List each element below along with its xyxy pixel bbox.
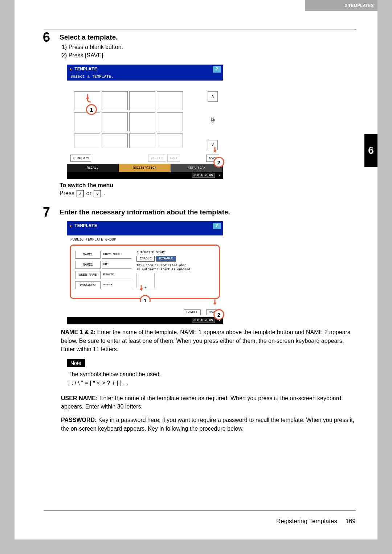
template-slot[interactable] [157,91,183,110]
scroll-up-button[interactable]: ∧ [208,91,218,102]
template-slot[interactable] [129,91,155,110]
template-slot[interactable] [129,134,155,148]
star-icon: ★ [69,222,72,229]
template-slot[interactable] [74,134,100,148]
device-screen: ★ TEMPLATE ? Select a TEMPLATE. [67,65,223,179]
star-icon: ★ [69,66,72,73]
rule-top [44,29,356,29]
edit-button[interactable]: EDIT [167,155,180,162]
cancel-button[interactable]: CANCEL [184,309,200,315]
template-slot[interactable] [102,134,128,148]
device-tabs: RECALL REGISTRATION META SCAN [67,164,223,172]
delete-button[interactable]: DELETE [148,155,165,162]
explain-name12: NAME 1 & 2: Enter the name of the templa… [61,328,356,353]
step-number: 7 [43,205,50,220]
up-key-icon: ∧ [77,190,84,197]
device-status-bar: JOB STATUS ▸ [67,317,223,324]
form-card: NAME1 COPY MODE NAME2 001 US [70,245,220,299]
tab-recall[interactable]: RECALL [67,164,119,172]
chapter-header: 6 TEMPLATES [305,0,377,11]
device-subtitle: Select a TEMPLATE. [67,74,223,81]
device-status-bar: JOB STATUS ▸ [67,172,223,179]
auto-start-label: AUTOMATIC START [136,251,192,254]
callout-2: 2 [212,307,225,320]
press-instructions: Press ∧ or ∨ . [60,190,356,197]
name1-value: COPY MODE [102,251,131,259]
explain-username: USER NAME: Enter the name of the templat… [61,394,356,411]
explain-password: PASSWORD: Key in a password here, if you… [61,416,356,432]
auto-start-hint: This icon is indicated when an automatic… [136,264,192,271]
return-button[interactable]: ↥ RETURN [70,155,91,162]
substep-1: 1) Press a blank button. [62,43,356,51]
template-slot[interactable]: 1 [74,91,100,110]
substep-2: 2) Press [SAVE]. [62,51,356,59]
note-badge: Note [67,359,85,367]
step-title: Enter the necessary information about th… [60,208,356,216]
name2-value: 001 [102,261,131,269]
down-key-icon: ∨ [94,190,101,197]
figure-template-info: ★ TEMPLATE ? PUBLIC TEMPLATE GROUP [67,221,356,324]
grid-pager: ∧ 01 04 ∨ [206,91,219,150]
step-7: 7 Enter the necessary information about … [44,208,356,432]
form-bottom-buttons: CANCEL SAVE 2 [67,302,223,317]
note-text-2: ; : / \ " = | * < > ? + [ ] , . [68,379,356,387]
callout-1: 1 [85,102,98,115]
device-subtitle-empty [67,230,223,235]
name1-label[interactable]: NAME1 [75,251,101,259]
step-number: 6 [43,30,50,45]
device-title: TEMPLATE [74,66,97,72]
template-slot[interactable] [129,112,155,131]
password-label[interactable]: PASSWORD [75,281,101,289]
device-screen: ★ TEMPLATE ? PUBLIC TEMPLATE GROUP [67,221,223,324]
name2-label[interactable]: NAME2 [75,261,101,269]
form-fields: NAME1 COPY MODE NAME2 001 US [75,251,131,289]
page: 6 TEMPLATES 6 6 Select a template. 1) Pr… [15,0,377,539]
password-value: ••••• [102,281,131,289]
job-status-button[interactable]: JOB STATUS [192,173,215,178]
device-title: TEMPLATE [74,223,97,229]
page-footer: Registering Templates 169 [276,518,356,525]
template-grid-area: 1 [67,88,223,154]
template-grid: 1 [74,91,203,150]
help-button[interactable]: ? [213,66,221,73]
disable-button[interactable]: DISABLE [156,256,176,262]
device-titlebar: ★ TEMPLATE ? [67,221,223,230]
username-value: User01 [102,271,131,279]
content-area: 6 Select a template. 1) Press a blank bu… [44,33,356,510]
side-tab: 6 [364,134,377,167]
template-slot[interactable] [102,112,128,131]
device-button-row: ↥ RETURN DELETE EDIT SAVE 2 [67,154,223,164]
template-slot[interactable] [157,134,183,148]
footer-title: Registering Templates [276,518,337,525]
page-background: 6 TEMPLATES 6 6 Select a template. 1) Pr… [0,0,392,554]
rule-bottom [44,510,356,510]
page-number: 169 [346,518,356,525]
figure-select-template: ★ TEMPLATE ? Select a TEMPLATE. [67,65,356,179]
form-right: AUTOMATIC START ENABLE DISABLE This icon… [136,251,192,289]
page-indicator: 01 04 [211,117,215,125]
enable-button[interactable]: ENABLE [136,256,155,262]
template-slot[interactable] [102,91,128,110]
device-titlebar: ★ TEMPLATE ? [67,65,223,74]
username-label[interactable]: USER NAME [75,271,101,279]
switch-menu-heading: To switch the menu [60,182,356,189]
job-status-button[interactable]: JOB STATUS [192,318,215,323]
tab-registration[interactable]: REGISTRATION [119,164,171,172]
step-6: 6 Select a template. 1) Press a blank bu… [44,33,356,197]
callout-2: 2 [212,155,225,168]
group-label: PUBLIC TEMPLATE GROUP [70,237,220,245]
form-area: PUBLIC TEMPLATE GROUP NAME1 COPY MODE [67,235,223,302]
template-slot[interactable] [74,112,100,131]
help-button[interactable]: ? [213,223,221,229]
step-title: Select a template. [60,33,356,41]
template-slot[interactable] [157,112,183,131]
note-text-1: The symbols below cannot be used. [68,370,356,379]
